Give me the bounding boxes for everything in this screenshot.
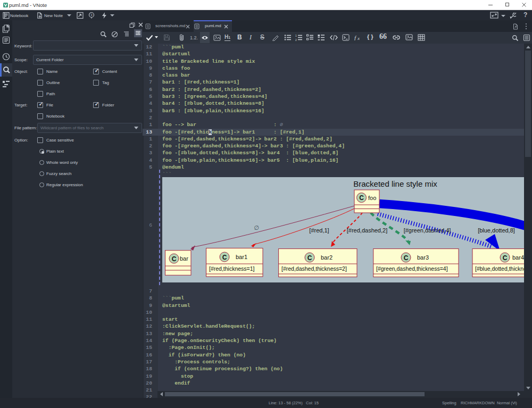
svg-text:[#red,1]: [#red,1] xyxy=(309,227,329,234)
svg-text:bar4: bar4 xyxy=(512,254,524,261)
svg-text:2: 2 xyxy=(295,38,297,41)
svg-text:3: 3 xyxy=(90,13,93,16)
svg-text:bar: bar xyxy=(180,255,188,262)
svg-text:foo: foo xyxy=(368,195,376,201)
svg-text:[#blue,dotted,thickne: [#blue,dotted,thickne xyxy=(475,265,524,272)
svg-text:[#red,thickness=1]: [#red,thickness=1] xyxy=(209,265,255,272)
svg-text:bar3: bar3 xyxy=(417,254,429,261)
svg-text:[blue,dotted,8]: [blue,dotted,8] xyxy=(478,227,515,234)
svg-text:bar1: bar1 xyxy=(236,254,247,260)
svg-text:[#green,dashed,thickness=4]: [#green,dashed,thickness=4] xyxy=(376,265,448,272)
svg-text:[#green,dashed,4]: [#green,dashed,4] xyxy=(404,227,451,234)
svg-text:x: x xyxy=(357,36,360,41)
svg-text:C: C xyxy=(503,254,508,262)
svg-text:C: C xyxy=(404,254,409,262)
svg-text:f: f xyxy=(354,35,357,40)
svg-text:1: 1 xyxy=(295,34,297,37)
svg-text:C: C xyxy=(222,254,227,261)
svg-text:Bracketed line style mix: Bracketed line style mix xyxy=(353,179,437,188)
svg-text:[#red,dashed,2]: [#red,dashed,2] xyxy=(347,227,387,234)
svg-text:C: C xyxy=(172,255,177,263)
svg-text:C: C xyxy=(359,194,364,202)
svg-text:bar2: bar2 xyxy=(321,254,332,261)
svg-text:∅: ∅ xyxy=(254,224,259,231)
svg-text:[#red,dashed,thickness=2]: [#red,dashed,thickness=2] xyxy=(281,265,347,272)
svg-text:C: C xyxy=(307,254,312,262)
